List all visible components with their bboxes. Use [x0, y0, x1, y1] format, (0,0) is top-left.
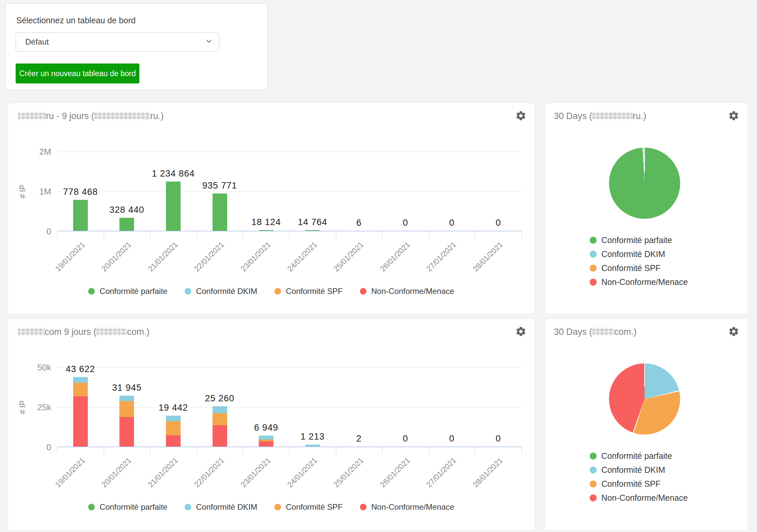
bar-slot: 225/01/2021: [336, 367, 382, 447]
legend-dot: [590, 265, 597, 272]
legend-item-conformit-spf[interactable]: Conformité SPF: [274, 502, 343, 512]
stacked-bar: [213, 194, 227, 231]
chart-legend: Conformité parfaiteConformité DKIMConfor…: [590, 451, 688, 503]
legend-item-conformit-dkim[interactable]: Conformité DKIM: [590, 465, 688, 475]
bar-slot: 026/01/2021: [382, 367, 429, 447]
settings-gear-icon: [515, 110, 527, 121]
bar-value-label: 0: [496, 218, 501, 228]
legend-dot: [88, 288, 95, 295]
legend-item-conformit-dkim[interactable]: Conformité DKIM: [185, 287, 257, 296]
y-axis-tick-label: 50k: [21, 362, 51, 373]
x-axis-tick: [429, 231, 429, 238]
bar-segment-conformit-dkim: [73, 377, 88, 383]
legend-item-conformit-dkim[interactable]: Conformité DKIM: [185, 502, 257, 512]
panel-title-text: ru - 9 jours (: [46, 111, 94, 121]
x-axis-date-label: 22/01/2021: [193, 456, 226, 489]
legend-label: Non-Conforme/Menace: [371, 502, 454, 512]
x-axis-date-label: 23/01/2021: [239, 240, 272, 273]
legend-dot: [274, 288, 281, 295]
dashboard-select[interactable]: Défaut: [16, 32, 219, 52]
bar-value-label: 31 945: [112, 383, 142, 393]
legend-label: Conformité SPF: [286, 287, 343, 296]
stacked-bar: [213, 406, 227, 447]
bar-value-label: 25 260: [205, 393, 234, 404]
redacted-domain: [592, 112, 633, 120]
x-axis-tick: [522, 231, 522, 238]
bar-value-label: 14 764: [298, 217, 327, 227]
legend-label: Conformité parfaite: [99, 287, 167, 296]
bar-slot: 19 44221/01/2021: [150, 367, 197, 447]
legend-item-non-conforme-menace[interactable]: Non-Conforme/Menace: [590, 277, 688, 287]
legend-item-non-conforme-menace[interactable]: Non-Conforme/Menace: [360, 287, 454, 296]
x-axis-tick: [475, 231, 475, 238]
panel-settings-button[interactable]: [728, 110, 740, 122]
panel-title: ru - 9 jours (ru.): [18, 111, 164, 121]
panel-title-text: ru.): [633, 111, 647, 121]
bar-value-label: 1 234 864: [152, 169, 195, 179]
bar-segment-conformit-spf: [119, 401, 134, 417]
bar-segment-conformit-parfaite: [305, 230, 320, 231]
legend-item-non-conforme-menace[interactable]: Non-Conforme/Menace: [360, 502, 454, 512]
pie-chart-panel-ru: 30 Days (ru.) Conformité parfaiteConform…: [545, 103, 748, 314]
legend-item-conformit-spf[interactable]: Conformité SPF: [274, 287, 343, 296]
plot-slots: 43 62219/01/202131 94520/01/202119 44221…: [57, 367, 522, 447]
x-axis-date-label: 23/01/2021: [239, 456, 272, 489]
panel-title-text: ru.): [150, 111, 164, 121]
y-axis-title: # IP: [18, 185, 27, 199]
bar-value-label: 0: [403, 218, 408, 228]
stacked-bar: [73, 377, 88, 447]
create-dashboard-button[interactable]: Créer un nouveau tableau de bord: [16, 64, 139, 83]
legend-item-conformit-spf[interactable]: Conformité SPF: [590, 263, 688, 273]
bar-slot: 31 94520/01/2021: [104, 367, 150, 447]
stacked-bar: [305, 445, 320, 447]
stacked-bar: [259, 230, 273, 231]
bar-chart-panel-ru: ru - 9 jours (ru.) 01M2M778 46819/01/202…: [8, 103, 535, 314]
dashboard-selector-label: Sélectionnez un tableau de bord: [16, 16, 136, 25]
x-axis-tick: [289, 231, 290, 238]
stacked-bar: [166, 182, 181, 231]
panel-settings-button[interactable]: [515, 326, 527, 337]
legend-label: Non-Conforme/Menace: [371, 287, 454, 296]
bar-segment-non-conforme-menace: [166, 435, 181, 447]
bar-segment-non-conforme-menace: [73, 396, 88, 447]
legend-item-conformit-parfaite[interactable]: Conformité parfaite: [590, 235, 688, 245]
legend-item-conformit-dkim[interactable]: Conformité DKIM: [590, 249, 688, 259]
bar-value-label: 18 124: [251, 217, 281, 227]
legend-dot: [590, 251, 597, 258]
bar-slot: 027/01/2021: [429, 152, 475, 231]
x-axis-date-label: 27/01/2021: [425, 240, 458, 273]
bar-slot: 778 46819/01/2021: [57, 152, 104, 231]
y-axis-tick-label: 0: [21, 442, 51, 453]
settings-gear-icon: [728, 110, 739, 121]
x-axis-date-label: 27/01/2021: [425, 456, 458, 489]
panel-title-text: com.): [127, 327, 150, 337]
panel-settings-button[interactable]: [728, 326, 740, 337]
legend-dot: [590, 494, 597, 501]
bar-value-label: 0: [496, 434, 501, 444]
panel-title-text: com 9 jours (: [45, 327, 96, 337]
bar-segment-conformit-spf: [213, 413, 227, 425]
bar-value-label: 6 949: [254, 423, 278, 433]
x-axis-date-label: 20/01/2021: [100, 456, 133, 489]
bar-segment-conformit-dkim: [119, 396, 134, 401]
legend-dot: [590, 279, 597, 286]
x-axis-date-label: 19/01/2021: [53, 240, 86, 273]
settings-gear-icon: [728, 326, 739, 337]
legend-item-conformit-parfaite[interactable]: Conformité parfaite: [88, 502, 167, 512]
bar-value-label: 328 440: [109, 205, 144, 215]
bar-segment-conformit-dkim: [305, 445, 320, 447]
legend-dot: [274, 504, 281, 510]
bar-segment-conformit-parfaite: [73, 200, 88, 231]
y-axis-tick-label: 2M: [21, 147, 51, 157]
bar-slot: 028/01/2021: [475, 367, 522, 447]
plot-area: 01M2M778 46819/01/2021328 44020/01/20211…: [57, 152, 522, 231]
x-axis-tick: [243, 231, 243, 238]
legend-dot: [590, 466, 597, 473]
legend-item-non-conforme-menace[interactable]: Non-Conforme/Menace: [590, 493, 688, 503]
legend-item-conformit-parfaite[interactable]: Conformité parfaite: [590, 451, 688, 461]
legend-item-conformit-spf[interactable]: Conformité SPF: [590, 479, 688, 489]
x-axis-date-label: 24/01/2021: [285, 456, 319, 489]
legend-item-conformit-parfaite[interactable]: Conformité parfaite: [88, 287, 167, 296]
bar-slot: 026/01/2021: [382, 152, 429, 231]
panel-settings-button[interactable]: [515, 110, 527, 122]
